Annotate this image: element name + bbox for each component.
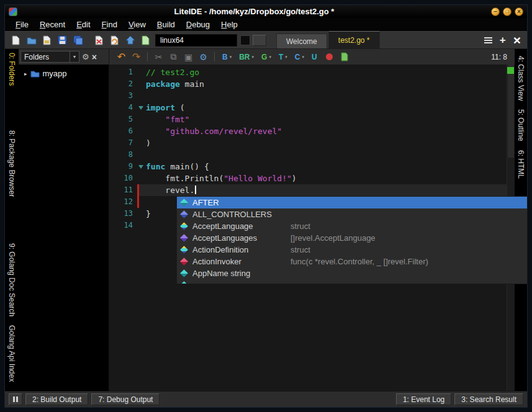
status-button-3-search-result[interactable]: 3: Search Result bbox=[454, 393, 523, 405]
menu-edit[interactable]: Edit bbox=[71, 19, 96, 30]
menu-build[interactable]: Build bbox=[151, 19, 181, 30]
code-line-6: 6 "github.com/revel/revel" bbox=[109, 125, 507, 137]
menu-bar: FileRecentEditFindViewBuildDebugHelp bbox=[5, 18, 527, 31]
dropdown-arrow-icon: ▾ bbox=[285, 55, 287, 60]
line-number: 7 bbox=[109, 137, 137, 149]
dropdown-arrow-icon: ▾ bbox=[252, 55, 255, 60]
fold-column bbox=[137, 172, 146, 184]
completion-item-acceptlanguages[interactable]: AcceptLanguages[]revel.AcceptLanguage bbox=[177, 232, 527, 244]
build-button-t[interactable]: T▾ bbox=[275, 51, 291, 63]
paste-icon[interactable]: ▣ bbox=[181, 51, 196, 63]
tab-test2-go[interactable]: test2.go * bbox=[328, 31, 380, 48]
open-folder-icon[interactable] bbox=[24, 33, 39, 48]
build-target-combo[interactable]: linux64 bbox=[155, 34, 237, 47]
new-tab-icon[interactable] bbox=[500, 35, 506, 46]
close-window-icon[interactable] bbox=[515, 7, 523, 16]
menu-debug[interactable]: Debug bbox=[181, 19, 215, 30]
completion-item-actiondefinition[interactable]: ActionDefinitionstruct bbox=[177, 244, 527, 256]
build-button-label: G bbox=[261, 53, 267, 61]
stop-icon[interactable] bbox=[326, 53, 333, 60]
panel-gear-icon[interactable]: ⚙ bbox=[82, 52, 89, 61]
code-token: "github.com/revel/revel" bbox=[165, 127, 282, 136]
reload-file-icon[interactable] bbox=[107, 33, 122, 48]
code-line-8: 8 bbox=[109, 149, 507, 161]
status-button-7-debug-output[interactable]: 7: Debug Output bbox=[91, 393, 160, 405]
line-number: 4 bbox=[109, 102, 137, 114]
build-config-icon[interactable]: ⚙ bbox=[196, 51, 210, 63]
home-icon[interactable] bbox=[122, 33, 138, 48]
menu-view[interactable]: View bbox=[123, 19, 151, 30]
completion-item-after[interactable]: AFTER bbox=[177, 197, 527, 208]
panel-close-icon[interactable]: × bbox=[92, 53, 97, 61]
completion-detail: struct bbox=[291, 222, 310, 231]
code-text: import ( bbox=[146, 102, 185, 114]
build-buttons: B▾BR▾G▾T▾C▾U bbox=[219, 51, 321, 63]
completion-type-icon bbox=[180, 281, 189, 285]
sidebar-tab-5-outline[interactable]: 5: Outline bbox=[516, 107, 525, 143]
redo-icon[interactable]: ↷ bbox=[129, 51, 143, 63]
sidebar-tab-8-package-browser[interactable]: 8: Package Browser bbox=[7, 127, 16, 200]
completion-type-icon bbox=[180, 258, 189, 266]
menu-file[interactable]: File bbox=[10, 19, 34, 30]
copy-icon[interactable]: ⧉ bbox=[166, 51, 181, 63]
minimize-icon[interactable] bbox=[491, 7, 500, 16]
cursor-position-indicator: 11: 8 bbox=[491, 53, 510, 61]
sidebar-tab-6-html[interactable]: 6: HTML bbox=[516, 148, 525, 181]
dropdown-arrow-icon: ▾ bbox=[230, 55, 232, 60]
line-number: 11 bbox=[109, 184, 137, 196]
code-token: } bbox=[146, 209, 151, 218]
build-button-br[interactable]: BR▾ bbox=[235, 51, 258, 63]
new-session-icon[interactable] bbox=[138, 33, 153, 48]
completion-item[interactable] bbox=[177, 279, 527, 284]
save-icon[interactable] bbox=[55, 33, 70, 48]
status-button-2-build-output[interactable]: 2: Build Output bbox=[25, 393, 88, 405]
tab-welcome[interactable]: Welcome bbox=[276, 34, 327, 48]
build-button-b[interactable]: B▾ bbox=[219, 51, 235, 63]
close-document-icon[interactable] bbox=[513, 34, 521, 47]
new-file-icon[interactable] bbox=[8, 33, 24, 48]
build-button-c[interactable]: C▾ bbox=[291, 51, 308, 63]
pause-output-button[interactable] bbox=[9, 393, 22, 405]
panel-selector-combo[interactable]: Folders bbox=[20, 51, 79, 63]
window-inner: LiteIDE - /home/kyz/Dropbox/go/test2.go … bbox=[4, 4, 528, 408]
sidebar-tab-9-golang-doc-search[interactable]: 9: Golang Doc Search bbox=[7, 240, 16, 320]
completion-name: AcceptLanguages bbox=[192, 233, 291, 243]
sidebar-tab-4-class-view[interactable]: 4: Class View bbox=[516, 53, 525, 103]
completion-item-all-controllers[interactable]: ALL_CONTROLLERS bbox=[177, 208, 527, 220]
target-mini-button[interactable] bbox=[240, 35, 250, 45]
code-text: revel. bbox=[146, 184, 196, 196]
tab-list-icon[interactable] bbox=[484, 37, 492, 43]
line-number: 9 bbox=[109, 161, 137, 172]
completion-item-acceptlanguage[interactable]: AcceptLanguagestruct bbox=[177, 220, 527, 232]
build-ok-marker bbox=[507, 67, 514, 74]
completion-item-actioninvoker[interactable]: ActionInvokerfunc(c *revel.Controller, _… bbox=[177, 256, 527, 267]
save-all-icon[interactable] bbox=[70, 33, 86, 48]
build-button-g[interactable]: G▾ bbox=[258, 51, 275, 63]
title-bar[interactable]: LiteIDE - /home/kyz/Dropbox/go/test2.go … bbox=[5, 5, 527, 18]
build-button-u[interactable]: U bbox=[308, 51, 321, 63]
completion-item-appname-string[interactable]: AppName string bbox=[177, 267, 527, 279]
folder-icon bbox=[30, 70, 40, 78]
undo-icon[interactable]: ↶ bbox=[114, 51, 128, 63]
menu-help[interactable]: Help bbox=[215, 19, 243, 30]
close-file-icon[interactable] bbox=[91, 33, 107, 48]
code-token: fmt.Println( bbox=[146, 174, 223, 183]
code-text: fmt.Println("Hello World!") bbox=[146, 172, 297, 184]
cut-icon[interactable]: ✂ bbox=[151, 51, 166, 63]
fold-icon[interactable] bbox=[137, 102, 146, 114]
fold-icon[interactable] bbox=[137, 161, 146, 172]
code-line-10: 10 fmt.Println("Hello World!") bbox=[109, 172, 507, 184]
target-env-button[interactable] bbox=[253, 35, 266, 46]
menu-recent[interactable]: Recent bbox=[34, 19, 71, 30]
fold-column bbox=[137, 125, 146, 137]
code-line-9: 9func main() { bbox=[109, 161, 507, 172]
sidebar-tab-0-folders[interactable]: 0: Folders bbox=[7, 50, 16, 89]
open-file-icon[interactable] bbox=[39, 33, 55, 48]
tree-item-myapp[interactable]: ▸myapp bbox=[19, 68, 109, 79]
sidebar-tab-golang-api-index[interactable]: Golang Api Index bbox=[7, 322, 16, 385]
maximize-icon[interactable] bbox=[503, 7, 512, 16]
status-button-1-event-log[interactable]: 1: Event Log bbox=[396, 393, 451, 405]
export-icon[interactable] bbox=[338, 51, 352, 63]
menu-find[interactable]: Find bbox=[96, 19, 123, 30]
scrollbar-thumb[interactable] bbox=[508, 65, 514, 158]
